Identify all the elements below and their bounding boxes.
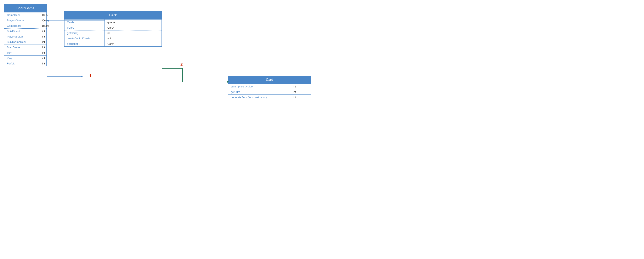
deck-cards-name: Cards xyxy=(67,21,90,24)
boardgame-buildboard-type: int xyxy=(42,30,48,33)
deck-left-getticket: getTicket() xyxy=(64,41,104,46)
boardgame-turn-name: Turn xyxy=(7,51,30,54)
card-method-getsum: getSum int xyxy=(228,89,311,94)
boardgame-method-play: Play int xyxy=(4,55,46,61)
deck-queue-type: queue xyxy=(108,21,115,24)
boardgame-play-type: int xyxy=(42,56,48,60)
diagram-container: BoardGame GameDeck Deck PlayersQueue Que… xyxy=(0,0,322,129)
deck-left-getcard: getCard() xyxy=(64,30,104,36)
svg-marker-1 xyxy=(81,76,83,77)
deck-void-type: void xyxy=(108,37,114,40)
card-generatesum-name: generateSum (for constructor) xyxy=(231,96,280,99)
boardgame-method-forfeit: Forfeit int xyxy=(4,61,46,66)
boardgame-playerssetup-type: int xyxy=(42,35,48,38)
card-field-sum: sum \ price \ value int xyxy=(228,84,311,89)
card-title: Card xyxy=(228,76,311,84)
boardgame-buildboard-name: BuildBoard xyxy=(7,30,30,33)
arrow-label-1: 1 xyxy=(89,74,92,78)
boardgame-field-playersqueue: PlayersQueue Queue xyxy=(4,18,46,23)
boardgame-gameboard-name: GameBoard xyxy=(7,24,30,27)
card-getsum-type: int xyxy=(293,90,299,93)
deck-getcard-name: getCard() xyxy=(67,31,90,35)
deck-left-createdeckofcards: createDeckofCards xyxy=(64,36,104,41)
boardgame-playersqueue-name: PlayersQueue xyxy=(7,19,30,22)
boardgame-playerssetup-name: PlayersSetup xyxy=(7,35,30,38)
deck-right-queue: queue xyxy=(105,19,162,25)
boardgame-gamedeck-type: Deck xyxy=(42,13,48,16)
boardgame-turn-type: int xyxy=(42,51,48,54)
card-generatesum-type: int xyxy=(293,96,299,99)
deck-right-cardstar2: Card* xyxy=(105,41,162,46)
card-box: Card sum \ price \ value int getSum int … xyxy=(228,76,311,100)
deck-createdeckofcards-name: createDeckofCards xyxy=(67,37,90,40)
deck-cardstar2-type: Card* xyxy=(108,42,114,45)
boardgame-title: BoardGame xyxy=(4,4,46,12)
deck-right-int1: int xyxy=(105,30,162,36)
card-sum-name: sum \ price \ value xyxy=(231,85,280,88)
boardgame-method-buildboard: BuildBoard int xyxy=(4,28,46,34)
boardgame-method-buildgamedeck: BuildGameDeck int xyxy=(4,39,46,44)
boardgame-field-gamedeck: GameDeck Deck xyxy=(4,12,46,18)
boardgame-method-playerssetup: PlayersSetup int xyxy=(4,34,46,39)
deck-pcard-name: pCard xyxy=(67,26,90,29)
boardgame-play-name: Play xyxy=(7,56,30,60)
boardgame-startgame-type: int xyxy=(42,46,48,49)
boardgame-field-gameboard: GameBoard Board xyxy=(4,23,46,28)
boardgame-buildgamedeck-type: int xyxy=(42,40,48,43)
card-method-generatesum: generateSum (for constructor) int xyxy=(228,94,311,100)
arrow-label-2: 2 xyxy=(180,62,183,67)
card-sum-type: int xyxy=(293,85,299,88)
boardgame-method-startgame: StartGame int xyxy=(4,44,46,50)
boardgame-forfeit-name: Forfeit xyxy=(7,62,30,65)
deck-left-pcard: pCard xyxy=(64,25,104,30)
boardgame-startgame-name: StartGame xyxy=(7,46,30,49)
deck-title: Deck xyxy=(64,11,162,19)
boardgame-method-turn: Turn int xyxy=(4,50,46,55)
deck-right-void: void xyxy=(105,36,162,41)
card-getsum-name: getSum xyxy=(231,90,280,93)
boardgame-box: BoardGame GameDeck Deck PlayersQueue Que… xyxy=(4,4,47,66)
deck-right-cardstar: Card* xyxy=(105,25,162,30)
deck-cardstar-type: Card* xyxy=(108,26,114,29)
boardgame-forfeit-type: int xyxy=(42,62,48,65)
boardgame-playersqueue-type: Queue xyxy=(42,19,48,22)
deck-getticket-name: getTicket() xyxy=(67,42,90,45)
boardgame-gameboard-type: Board xyxy=(42,24,48,27)
deck-header-wrapper: Deck xyxy=(64,11,162,19)
deck-int1-type: int xyxy=(108,31,114,35)
deck-left-cards: Cards xyxy=(64,19,104,25)
boardgame-buildgamedeck-name: BuildGameDeck xyxy=(7,40,30,43)
boardgame-gamedeck-name: GameDeck xyxy=(7,13,30,16)
